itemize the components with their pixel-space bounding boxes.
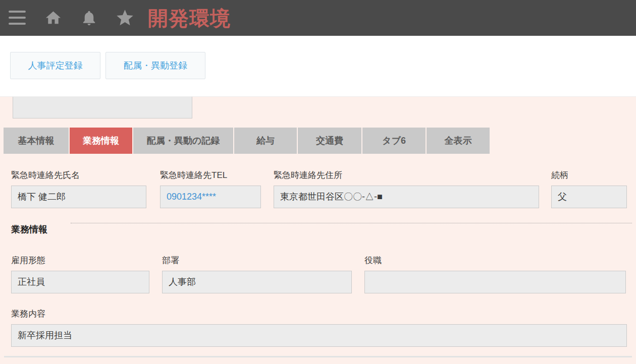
work-info-section-title: 業務情報 [11,223,47,235]
position-field: 役職 [364,255,626,293]
job-description-field: 業務内容 新卒採用担当 [11,309,627,347]
job-description-label: 業務内容 [11,309,627,320]
hr-evaluation-register-button[interactable]: 人事評定登録 [10,52,100,79]
tab-basic-info[interactable]: 基本情報 [4,128,69,154]
employment-type-label: 雇用形態 [11,255,149,266]
tab-work-info[interactable]: 業務情報 [70,128,132,154]
tab-6[interactable]: タブ6 [362,128,426,154]
emergency-contact-name-field: 緊急時連絡先氏名 橋下 健二郎 [11,170,146,208]
menu-icon[interactable] [9,11,26,25]
notifications-icon[interactable] [80,9,98,27]
relationship-label: 続柄 [551,170,627,181]
emergency-contact-tel-link[interactable]: 0901234**** [160,186,261,208]
emergency-contact-address-field: 緊急時連絡先住所 東京都世田谷区〇〇-△-■ [274,170,539,208]
section-divider-dotted [71,223,632,223]
home-icon[interactable] [44,9,62,27]
clipped-scroll-panel [13,97,192,118]
job-description-value: 新卒採用担当 [11,324,627,347]
department-value: 人事部 [162,271,352,293]
department-field: 部署 人事部 [162,255,352,293]
relationship-field: 続柄 父 [551,170,627,208]
tab-commuting-expense[interactable]: 交通費 [298,128,361,154]
tab-salary[interactable]: 給与 [234,128,297,154]
emergency-contact-address-value: 東京都世田谷区〇〇-△-■ [274,186,539,208]
position-label: 役職 [364,255,626,266]
department-label: 部署 [162,255,352,266]
app-title: 開発環境 [148,6,231,30]
section-bottom-divider [4,356,632,357]
position-value [364,271,626,293]
tab-bar: 基本情報 業務情報 配属・異動の記録 給与 交通費 タブ6 全表示 [4,128,491,154]
app-header: 開発環境 [0,0,636,36]
favorites-icon[interactable] [115,8,135,28]
emergency-contact-name-label: 緊急時連絡先氏名 [11,170,146,181]
page: 開発環境 人事評定登録 配属・異動登録 基本情報 業務情報 配属・異動の記録 給… [0,0,636,364]
employment-type-value: 正社員 [11,271,149,293]
emergency-contact-tel-label: 緊急時連絡先TEL [160,170,261,181]
tab-show-all[interactable]: 全表示 [427,128,490,154]
emergency-contact-address-label: 緊急時連絡先住所 [274,170,539,181]
relationship-value: 父 [551,186,627,208]
emergency-contact-name-value: 橋下 健二郎 [11,186,146,208]
assignment-transfer-register-button[interactable]: 配属・異動登録 [105,52,205,79]
emergency-contact-tel-field: 緊急時連絡先TEL 0901234**** [160,170,261,208]
tab-assignment-transfer-history[interactable]: 配属・異動の記録 [133,128,233,154]
employment-type-field: 雇用形態 正社員 [11,255,149,293]
action-toolbar: 人事評定登録 配属・異動登録 [0,36,636,97]
